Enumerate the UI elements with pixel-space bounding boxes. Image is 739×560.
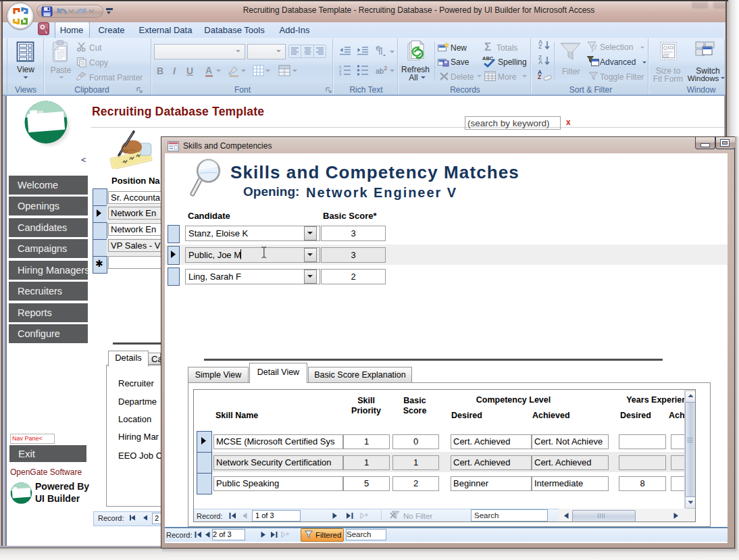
svg-text:3: 3	[339, 72, 342, 76]
svg-text:ABC: ABC	[482, 55, 494, 61]
svg-text:...: ...	[592, 62, 596, 66]
